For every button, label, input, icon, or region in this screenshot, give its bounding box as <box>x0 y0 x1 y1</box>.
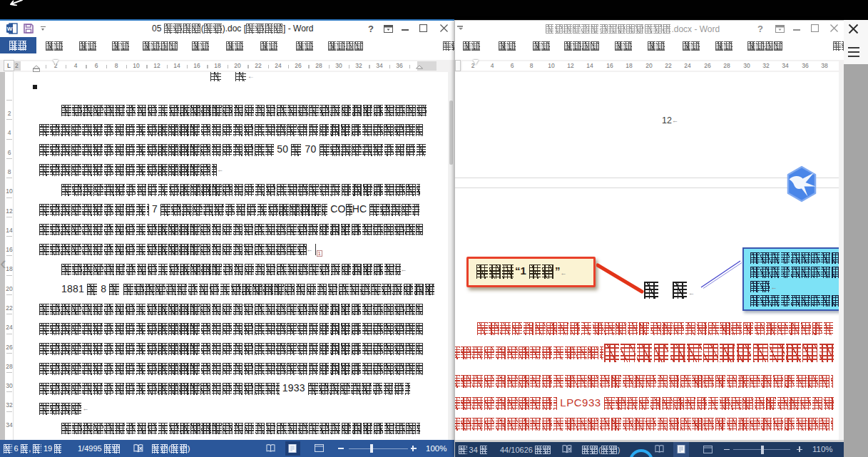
svg-text:W: W <box>7 26 13 32</box>
